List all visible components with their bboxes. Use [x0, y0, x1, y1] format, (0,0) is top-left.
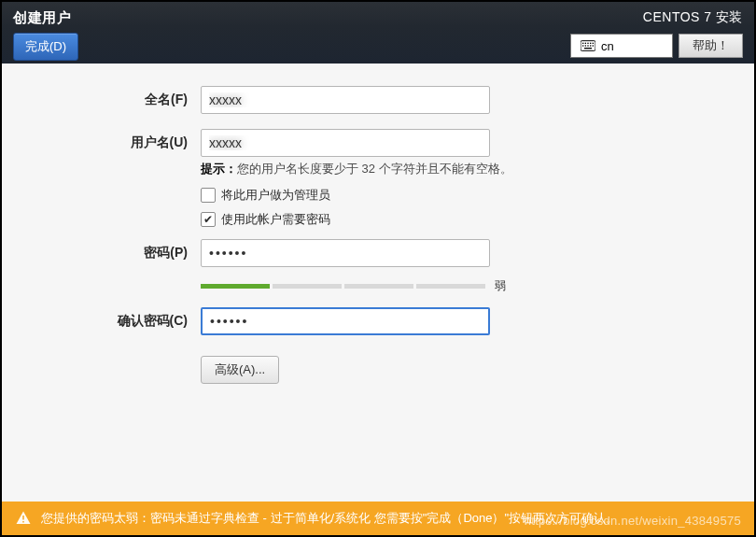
svg-rect-7	[585, 45, 586, 46]
svg-rect-5	[593, 43, 594, 44]
fullname-label: 全名(F)	[79, 92, 201, 108]
svg-rect-8	[587, 45, 588, 46]
warning-bar: 您提供的密码太弱：密码未通过字典检查 - 过于简单化/系统化 您需要按"完成（D…	[2, 502, 754, 535]
keyboard-indicator[interactable]: cn	[570, 34, 673, 58]
username-hint: 提示：您的用户名长度要少于 32 个字符并且不能有空格。	[201, 161, 677, 177]
username-input[interactable]	[201, 129, 490, 157]
require-password-checkbox-row[interactable]: 使用此帐户需要密码	[201, 211, 677, 228]
keyboard-indicator-label: cn	[601, 39, 614, 53]
require-password-checkbox[interactable]	[201, 212, 216, 227]
fullname-input[interactable]	[201, 86, 490, 114]
warning-icon	[15, 510, 32, 527]
admin-checkbox[interactable]	[201, 188, 216, 203]
password-strength: 弱	[201, 278, 677, 294]
svg-rect-2	[585, 43, 586, 44]
confirm-password-label: 确认密码(C)	[79, 313, 201, 330]
page-title: 创建用户	[13, 9, 78, 27]
keyboard-icon	[581, 40, 595, 51]
password-label: 密码(P)	[79, 245, 201, 261]
require-password-checkbox-label: 使用此帐户需要密码	[221, 211, 330, 228]
form-area: 全名(F) 用户名(U) 提示：您的用户名长度要少于 32 个字符并且不能有空格…	[2, 64, 754, 502]
svg-rect-13	[22, 521, 24, 523]
svg-rect-4	[590, 43, 591, 44]
advanced-button[interactable]: 高级(A)...	[201, 356, 279, 384]
svg-rect-10	[593, 45, 594, 46]
svg-rect-3	[587, 43, 588, 44]
svg-rect-12	[22, 516, 24, 520]
svg-rect-11	[584, 48, 592, 49]
strength-meter	[201, 284, 485, 289]
username-label: 用户名(U)	[79, 134, 201, 151]
svg-rect-1	[582, 43, 583, 44]
svg-rect-9	[590, 45, 591, 46]
password-input[interactable]	[201, 239, 490, 267]
header-bar: 创建用户 完成(D) CENTOS 7 安装 cn 帮助！	[2, 2, 754, 64]
svg-rect-6	[582, 45, 583, 46]
strength-label: 弱	[495, 278, 506, 294]
confirm-password-input[interactable]	[201, 307, 490, 335]
install-title: CENTOS 7 安装	[570, 9, 743, 26]
help-button[interactable]: 帮助！	[679, 34, 743, 58]
admin-checkbox-row[interactable]: 将此用户做为管理员	[201, 187, 677, 204]
done-button[interactable]: 完成(D)	[13, 33, 78, 61]
admin-checkbox-label: 将此用户做为管理员	[221, 187, 330, 204]
warning-text: 您提供的密码太弱：密码未通过字典检查 - 过于简单化/系统化 您需要按"完成（D…	[41, 510, 618, 527]
